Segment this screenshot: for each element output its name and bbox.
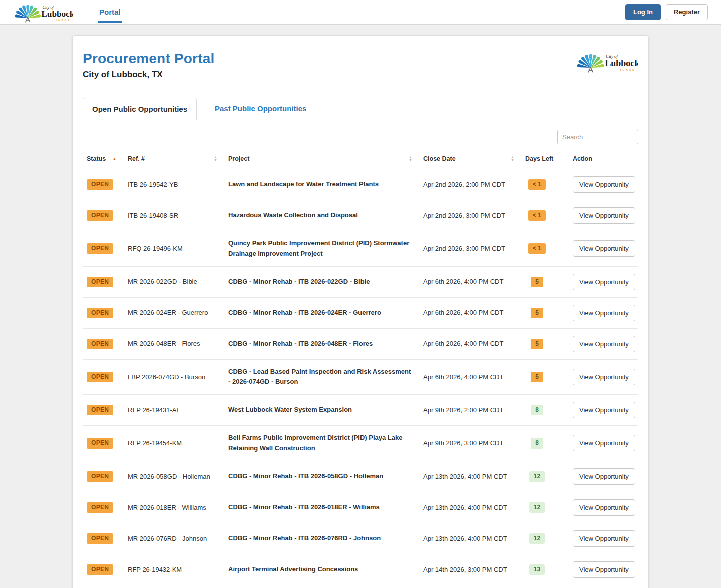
table-row: OPEN ITB 26-19408-SR Hazardous Waste Col… <box>83 200 638 231</box>
svg-text:Lubbock: Lubbock <box>41 9 73 19</box>
table-row: OPEN MR 2026-048ER - Flores CDBG - Minor… <box>83 329 638 360</box>
row-close-date: Apr 6th 2026, 4:00 PM CDT <box>419 339 521 349</box>
days-left-badge: 5 <box>531 277 543 287</box>
days-left-badge: 13 <box>529 564 545 575</box>
status-cell: OPEN <box>83 210 124 221</box>
status-cell: OPEN <box>83 372 124 382</box>
search-input[interactable] <box>557 130 638 144</box>
column-label-status: Status <box>87 155 106 162</box>
view-opportunity-button[interactable]: View Opportunity <box>573 468 635 485</box>
action-cell: View Opportunity <box>569 274 642 290</box>
row-ref: RFQ 26-19496-KM <box>124 244 224 254</box>
row-ref: MR 2026-024ER - Guerrero <box>124 308 224 318</box>
topbar-actions: Log In Register <box>625 4 708 20</box>
table-row: OPEN RFP 26-19561-KM Bell Farms Public I… <box>83 585 638 588</box>
row-project: CDBG - Minor Rehab - ITB 2026-022GD - Bi… <box>224 277 419 287</box>
row-close-date: Apr 2nd 2026, 3:00 PM CDT <box>419 211 521 221</box>
tab-past-public-opportunities[interactable]: Past Public Opportunities <box>206 98 315 120</box>
row-close-date: Apr 6th 2026, 4:00 PM CDT <box>419 372 521 382</box>
main-nav: Portal <box>73 8 121 17</box>
row-close-date: Apr 6th 2026, 4:00 PM CDT <box>419 277 521 287</box>
lubbock-logo-large: City of Lubbock TEXAS <box>575 51 638 75</box>
column-header-status[interactable]: Status ▲ <box>83 155 124 162</box>
status-cell: OPEN <box>83 438 124 448</box>
view-opportunity-button[interactable]: View Opportunity <box>573 274 635 290</box>
tab-open-public-opportunities[interactable]: Open Public Opportunities <box>83 98 197 120</box>
svg-text:TEXAS: TEXAS <box>56 18 71 21</box>
table-row: OPEN RFP 26-19431-AE West Lubbock Water … <box>83 395 638 426</box>
status-cell: OPEN <box>83 277 124 287</box>
status-cell: OPEN <box>83 308 124 318</box>
page-subtitle: City of Lubbock, TX <box>83 70 214 80</box>
column-label-project: Project <box>228 155 249 162</box>
table-header-row: Status ▲ Ref. # ▲▼ Project ▲▼ Close Date… <box>83 150 638 169</box>
search-row <box>83 120 638 150</box>
status-cell: OPEN <box>83 179 124 190</box>
view-opportunity-button[interactable]: View Opportunity <box>573 176 635 193</box>
row-ref: RFP 26-19454-KM <box>124 438 224 448</box>
view-opportunity-button[interactable]: View Opportunity <box>573 336 635 352</box>
days-left-cell: 12 <box>521 533 569 544</box>
row-project: West Lubbock Water System Expansion <box>224 405 419 415</box>
column-header-project[interactable]: Project ▲▼ <box>224 155 419 162</box>
svg-text:TEXAS: TEXAS <box>620 68 636 71</box>
table-row: OPEN MR 2026-018ER - Williams CDBG - Min… <box>83 492 638 523</box>
days-left-cell: 8 <box>521 438 569 448</box>
view-opportunity-button[interactable]: View Opportunity <box>573 369 635 385</box>
days-left-badge: < 1 <box>528 243 546 254</box>
status-cell: OPEN <box>83 471 124 482</box>
tabs-bar: Open Public Opportunities Past Public Op… <box>83 98 638 120</box>
login-button[interactable]: Log In <box>625 4 661 20</box>
row-ref: LBP 2026-074GD - Burson <box>124 372 224 382</box>
row-project: Bell Farms Public Improvement District (… <box>224 433 419 454</box>
view-opportunity-button[interactable]: View Opportunity <box>573 402 635 418</box>
days-left-badge: < 1 <box>528 179 546 190</box>
view-opportunity-button[interactable]: View Opportunity <box>573 435 635 451</box>
action-cell: View Opportunity <box>569 305 642 321</box>
view-opportunity-button[interactable]: View Opportunity <box>573 305 635 321</box>
action-cell: View Opportunity <box>569 499 642 516</box>
view-opportunity-button[interactable]: View Opportunity <box>573 530 635 547</box>
row-close-date: Apr 13th 2026, 4:00 PM CDT <box>419 503 521 513</box>
row-ref: MR 2026-018ER - Williams <box>124 503 224 513</box>
page-background: Procurement Portal City of Lubbock, TX <box>0 25 721 588</box>
action-cell: View Opportunity <box>569 530 642 547</box>
days-left-cell: 5 <box>521 308 569 318</box>
days-left-cell: < 1 <box>521 210 569 221</box>
view-opportunity-button[interactable]: View Opportunity <box>573 207 635 224</box>
view-opportunity-button[interactable]: View Opportunity <box>573 499 635 516</box>
svg-text:City of: City of <box>42 5 54 10</box>
view-opportunity-button[interactable]: View Opportunity <box>573 240 635 257</box>
status-badge: OPEN <box>87 564 113 575</box>
row-project: CDBG - Minor Rehab - ITB 2026-024ER - Gu… <box>224 308 419 318</box>
days-left-badge: 5 <box>531 339 543 349</box>
status-badge: OPEN <box>87 210 113 221</box>
row-close-date: Apr 2nd 2026, 2:00 PM CDT <box>419 180 521 190</box>
nav-portal-link[interactable]: Portal <box>99 8 121 16</box>
action-cell: View Opportunity <box>569 336 642 352</box>
register-button[interactable]: Register <box>666 4 708 20</box>
status-cell: OPEN <box>83 533 124 544</box>
days-left-badge: 8 <box>531 405 543 415</box>
row-project: Hazardous Waste Collection and Disposal <box>224 210 419 221</box>
view-opportunity-button[interactable]: View Opportunity <box>573 561 635 578</box>
column-header-close-date[interactable]: Close Date ▲▼ <box>419 155 521 162</box>
row-close-date: Apr 14th 2026, 3:00 PM CDT <box>419 565 521 575</box>
lubbock-logo[interactable]: City of Lubbock TEXAS <box>13 2 73 23</box>
status-badge: OPEN <box>87 339 113 349</box>
table-row: OPEN MR 2026-024ER - Guerrero CDBG - Min… <box>83 298 638 329</box>
row-close-date: Apr 9th 2026, 3:00 PM CDT <box>419 438 521 448</box>
column-header-ref[interactable]: Ref. # ▲▼ <box>124 155 224 162</box>
card-header: Procurement Portal City of Lubbock, TX <box>83 49 638 98</box>
status-badge: OPEN <box>87 533 113 544</box>
sort-icon: ▲▼ <box>511 156 514 162</box>
row-ref: MR 2026-048ER - Flores <box>124 339 224 349</box>
table-row: OPEN RFP 26-19432-KM Airport Terminal Ad… <box>83 554 638 585</box>
page-title: Procurement Portal <box>83 51 214 67</box>
sort-ascending-icon: ▲ <box>112 157 117 161</box>
action-cell: View Opportunity <box>569 468 642 485</box>
sort-icon: ▲▼ <box>409 156 412 162</box>
table-row: OPEN LBP 2026-074GD - Burson CDBG - Lead… <box>83 360 638 395</box>
row-project: Airport Terminal Advertising Concessions <box>224 564 419 575</box>
column-label-close-date: Close Date <box>423 155 456 162</box>
